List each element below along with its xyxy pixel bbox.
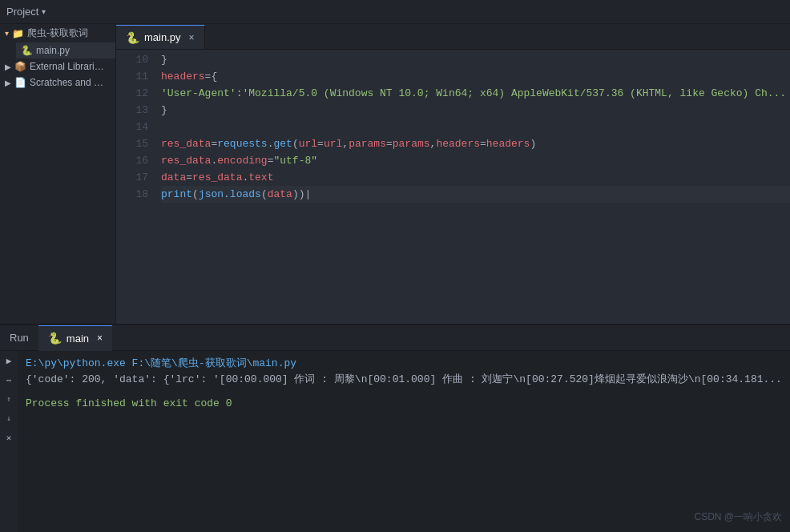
sidebar-item-main-py[interactable]: 🐍 main.py (16, 42, 115, 58)
main-py-label: main.py (36, 45, 70, 56)
panel-icon-btn-5[interactable]: ✕ (2, 431, 15, 444)
line-number: 18 (123, 186, 148, 203)
code-line: headers = { (161, 68, 790, 85)
line-number: 16 (123, 152, 148, 169)
sidebar-external-libraries[interactable]: ▶ 📦 External Librarie... (0, 58, 115, 75)
ext-lib-icon: 📦 (14, 61, 26, 72)
sidebar-scratches[interactable]: ▶ 📄 Scratches and C... (0, 75, 115, 91)
scratches-chevron-icon: ▶ (5, 79, 11, 87)
python-file-icon: 🐍 (21, 45, 33, 56)
external-libraries-label: External Librarie... (30, 61, 106, 72)
line-number: 17 (123, 169, 148, 186)
panel-python-icon: 🐍 (48, 332, 62, 345)
sidebar: ▾ 📁 爬虫-获取歌词 🐍 main.py ▶ 📦 External Libra… (0, 24, 116, 324)
code-lines: } headers = { 'User-Agent': 'Mozilla/5.0… (155, 50, 790, 324)
line-number: 13 (123, 102, 148, 119)
editor-area: 🐍 main.py × 101112131415161718 } headers… (116, 24, 790, 324)
code-line: } (161, 51, 790, 68)
terminal-command-line: E:\py\python.exe F:\随笔\爬虫-获取歌词\main.py (26, 356, 782, 372)
code-editor[interactable]: 101112131415161718 } headers = { 'User-A… (116, 50, 790, 324)
root-folder-label: 爬虫-获取歌词 (27, 26, 88, 40)
code-line: print(json.loads(data))| (161, 186, 790, 203)
line-number: 14 (123, 119, 148, 135)
main-tab-label: main (67, 332, 89, 345)
panel-tab-main[interactable]: 🐍 main × (38, 325, 112, 351)
panel-icon-btn-1[interactable]: ▶ (2, 354, 15, 367)
line-number: 12 (123, 85, 148, 102)
code-line: res_data.encoding= "utf-8" (161, 152, 790, 169)
line-number: 10 (123, 51, 148, 68)
code-line (161, 119, 790, 135)
scratches-label: Scratches and C... (30, 77, 106, 88)
terminal-output: E:\py\python.exe F:\随笔\爬虫-获取歌词\main.py {… (18, 351, 790, 532)
panel-tab-bar: Run 🐍 main × (0, 325, 790, 351)
folder-chevron-icon: ▾ (5, 29, 9, 38)
code-line: data = res_data.text (161, 169, 790, 186)
code-line: res_data = requests.get(url=url,params=p… (161, 135, 790, 152)
terminal-success-line: Process finished with exit code 0 (26, 396, 782, 412)
code-line: 'User-Agent': 'Mozilla/5.0 (Windows NT 1… (161, 85, 790, 102)
panel-icon-btn-3[interactable]: ⇑ (2, 393, 15, 405)
tab-main-py[interactable]: 🐍 main.py × (116, 25, 205, 49)
tab-python-icon: 🐍 (126, 31, 139, 44)
folder-icon: 📁 (12, 28, 24, 39)
bottom-panel: Run 🐍 main × ▶ ⋯ ⇑ ⇓ ✕ E:\py\python.exe … (0, 324, 790, 532)
main-layout: ▾ 📁 爬虫-获取歌词 🐍 main.py ▶ 📦 External Libra… (0, 24, 790, 324)
tab-filename: main.py (144, 31, 181, 43)
tab-close-button[interactable]: × (189, 32, 195, 43)
terminal-path: E:\py\python.exe F:\随笔\爬虫-获取歌词\main.py (26, 357, 296, 369)
ext-lib-chevron-icon: ▶ (5, 62, 11, 71)
project-text: Project (6, 6, 38, 18)
top-bar: Project ▾ (0, 0, 790, 24)
project-chevron: ▾ (42, 7, 46, 16)
panel-tab-close-button[interactable]: × (97, 332, 103, 344)
sidebar-sub: 🐍 main.py (0, 42, 115, 58)
line-numbers: 101112131415161718 (116, 50, 155, 324)
code-line: } (161, 102, 790, 119)
panel-content: ▶ ⋯ ⇑ ⇓ ✕ E:\py\python.exe F:\随笔\爬虫-获取歌词… (0, 351, 790, 532)
terminal-output-line: {'code': 200, 'data': {'lrc': '[00:00.00… (26, 372, 782, 388)
scratches-icon: 📄 (14, 77, 26, 88)
panel-sidebar-icons: ▶ ⋯ ⇑ ⇓ ✕ (0, 351, 18, 532)
line-number: 15 (123, 135, 148, 152)
panel-icon-btn-2[interactable]: ⋯ (2, 373, 15, 386)
line-number: 11 (123, 68, 148, 85)
sidebar-root-folder[interactable]: ▾ 📁 爬虫-获取歌词 (0, 24, 115, 42)
panel-icon-btn-4[interactable]: ⇓ (2, 412, 15, 425)
tab-bar: 🐍 main.py × (116, 24, 790, 50)
project-label[interactable]: Project ▾ (6, 6, 49, 18)
panel-tab-run[interactable]: Run (0, 325, 38, 351)
run-tab-label: Run (10, 332, 29, 344)
